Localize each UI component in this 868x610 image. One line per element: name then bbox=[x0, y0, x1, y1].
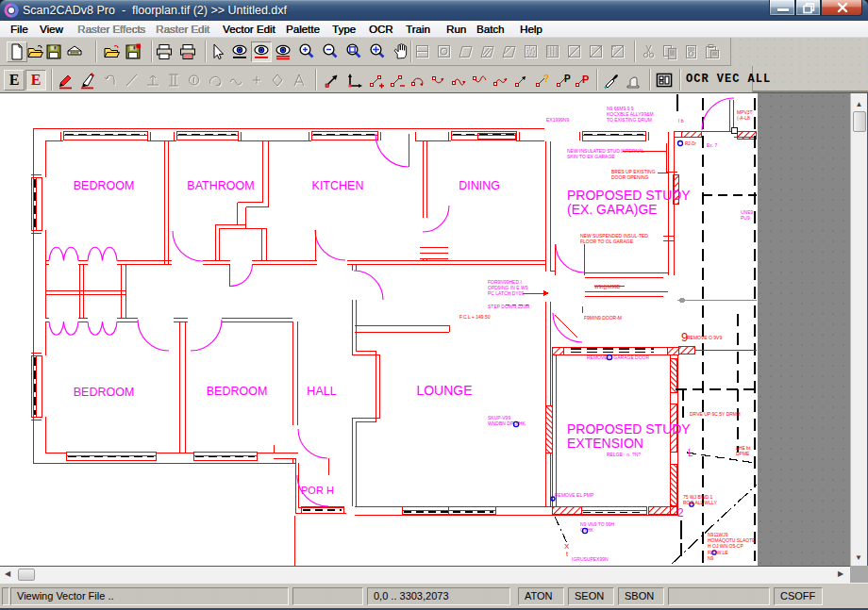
svg-text:HALL: HALL bbox=[307, 385, 336, 398]
svg-text:?: ? bbox=[543, 74, 549, 84]
svg-text:DINING: DINING bbox=[459, 179, 500, 192]
svg-text:OPD9ING IN E.W9: OPD9ING IN E.W9 bbox=[488, 285, 528, 290]
svg-text:EX1999N9: EX1999N9 bbox=[546, 117, 569, 123]
svg-text:N911WJ9: N911WJ9 bbox=[708, 532, 728, 537]
svg-text:KITCHEN: KITCHEN bbox=[312, 179, 364, 192]
svg-text:BRES UP EXISTING: BRES UP EXISTING bbox=[611, 169, 656, 174]
svg-text:P: P bbox=[582, 74, 589, 85]
svg-text:X: X bbox=[564, 542, 570, 551]
svg-text:9: 9 bbox=[681, 330, 688, 344]
svg-text:REMOVE O GARAGE DOOR: REMOVE O GARAGE DOOR bbox=[587, 354, 650, 360]
svg-text:BEDROOM: BEDROOM bbox=[74, 179, 135, 192]
svg-text:N9 66M9 9 9: N9 66M9 9 9 bbox=[607, 106, 634, 111]
svg-text:(-A-L8: (-A-L8 bbox=[737, 115, 750, 121]
svg-text:L: L bbox=[688, 448, 693, 458]
svg-text:PC LATCH DY09: PC LATCH DY09 bbox=[488, 290, 524, 296]
svg-text:PROPOSED STUDY: PROPOSED STUDY bbox=[567, 421, 691, 437]
svg-text:LHE bt: LHE bt bbox=[736, 445, 751, 451]
svg-text:PU9: PU9 bbox=[741, 215, 750, 221]
svg-text:RELGE○ n. ?N?: RELGE○ n. ?N? bbox=[607, 452, 641, 457]
svg-text:NEW SUSPENDED INSUL-TED: NEW SUSPENDED INSUL-TED bbox=[580, 233, 648, 239]
svg-text:BATHROOM: BATHROOM bbox=[187, 179, 254, 192]
svg-text:75 WJ BWD 1: 75 WJ BWD 1 bbox=[683, 494, 713, 500]
svg-text:N9: N9 bbox=[708, 555, 714, 561]
svg-text:BEDROOM: BEDROOM bbox=[74, 386, 135, 399]
svg-text:SKIN TO EX GARAGE: SKIN TO EX GARAGE bbox=[567, 154, 615, 159]
svg-text:t: t bbox=[566, 551, 568, 557]
svg-text:N9 VN9 TO 99H: N9 VN9 TO 99H bbox=[580, 521, 615, 527]
svg-text:DPME: DPME bbox=[736, 451, 750, 456]
svg-text:LOUNGE: LOUNGE bbox=[416, 383, 472, 398]
svg-text:W9I@M99D: W9I@M99D bbox=[594, 284, 621, 289]
svg-text:KOCXBLE ALLY99&M: KOCXBLE ALLY99&M bbox=[607, 111, 654, 117]
svg-text:F.C.L + 149.50: F.C.L + 149.50 bbox=[459, 314, 491, 320]
svg-text:FLOOR TO OL GARAGE: FLOOR TO OL GARAGE bbox=[580, 239, 634, 244]
svg-text:R2-Dr: R2-Dr bbox=[685, 141, 697, 146]
svg-text:IGRUSUPEX99N: IGRUSUPEX99N bbox=[572, 556, 609, 562]
svg-text:POR H: POR H bbox=[301, 485, 334, 496]
svg-text:PROPOSED STUDY: PROPOSED STUDY bbox=[567, 188, 691, 203]
svg-text:MPV3T: MPV3T bbox=[737, 109, 753, 115]
svg-text:UNE9: UNE9 bbox=[741, 209, 754, 215]
svg-text:FLOW.LE: FLOW.LE bbox=[708, 550, 728, 555]
svg-text:H OJ WN O5-CP: H OJ WN O5-CP bbox=[708, 543, 743, 549]
svg-text:HOMAQOTU SLAOTE: HOMAQOTU SLAOTE bbox=[708, 537, 756, 543]
svg-text:FOR9N99HED I: FOR9N99HED I bbox=[488, 279, 522, 285]
svg-text:ROO ALL WLLY: ROO ALL WLLY bbox=[683, 500, 718, 505]
svg-text:(EX. GARA)GE: (EX. GARA)GE bbox=[567, 202, 658, 217]
svg-text:2: 2 bbox=[677, 506, 684, 519]
svg-text:I b: I b bbox=[678, 118, 684, 124]
svg-text:F9MIN9 DOOR-M: F9MIN9 DOOR-M bbox=[584, 315, 622, 321]
svg-text:P: P bbox=[564, 74, 571, 84]
svg-text:REMOVE O 9V9: REMOVE O 9V9 bbox=[687, 335, 722, 340]
svg-text:DOOR OPENING: DOOR OPENING bbox=[611, 174, 649, 180]
svg-text:STEP DOWN 100M: STEP DOWN 100M bbox=[488, 304, 529, 309]
svg-text:TO EXISTING DRUM: TO EXISTING DRUM bbox=[607, 117, 652, 123]
svg-text:DRVE UP 9C 5Y DRMH: DRVE UP 9C 5Y DRMH bbox=[690, 411, 741, 417]
svg-text:SKUP-V99: SKUP-V99 bbox=[488, 415, 510, 420]
svg-text:REMOVE EL PMP: REMOVE EL PMP bbox=[555, 492, 594, 498]
svg-text:EXTENSION: EXTENSION bbox=[567, 436, 643, 451]
svg-text:Ex. 7: Ex. 7 bbox=[707, 142, 718, 148]
svg-text:WNDBN DPO-HK: WNDBN DPO-HK bbox=[488, 420, 526, 426]
svg-text:BEDROOM: BEDROOM bbox=[207, 385, 268, 398]
